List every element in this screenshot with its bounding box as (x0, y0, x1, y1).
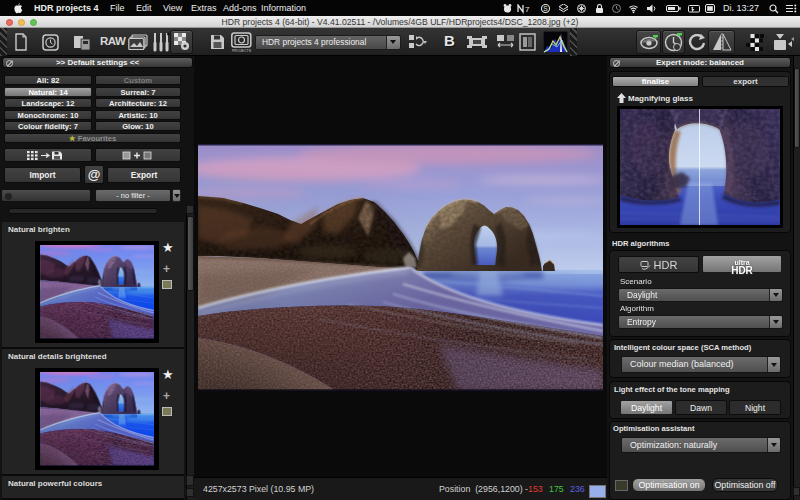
svg-text:PROJECTS: PROJECTS (232, 49, 252, 53)
svg-text:7: 7 (525, 5, 530, 14)
svg-text:S: S (543, 5, 548, 12)
